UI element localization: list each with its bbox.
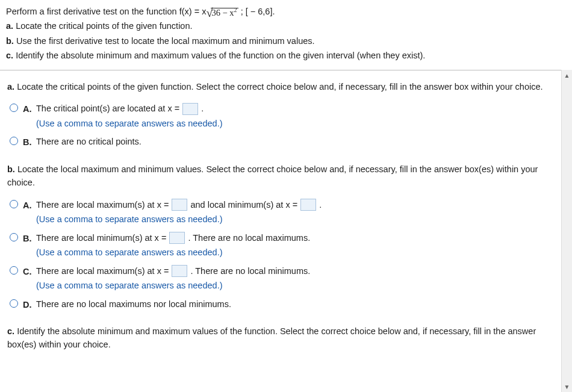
choice-a-A-text: The critical point(s) are located at x =… bbox=[36, 102, 554, 115]
choice-letter: B. bbox=[23, 231, 36, 245]
choice-letter: A. bbox=[23, 102, 36, 116]
hint-b-C: (Use a comma to separate answers as need… bbox=[36, 279, 554, 292]
choice-letter: C. bbox=[23, 264, 36, 278]
question-header: Perform a first derivative test on the f… bbox=[0, 0, 561, 70]
radio-b-C[interactable] bbox=[10, 266, 18, 275]
choice-letter: A. bbox=[23, 198, 36, 212]
sqrt-expr: √36 − x2 bbox=[206, 7, 238, 16]
choice-b-D-text: There are no local maximums nor local mi… bbox=[36, 297, 554, 311]
hint-b-B: (Use a comma to separate answers as need… bbox=[36, 246, 554, 259]
stem-a: a. Locate the critical points of the giv… bbox=[6, 19, 555, 33]
stem-post: ; [ − 6,6]. bbox=[238, 7, 275, 16]
choice-b-B-text: There are local minimum(s) at x = . Ther… bbox=[36, 231, 554, 244]
input-b-B[interactable] bbox=[169, 232, 185, 244]
part-a-choice-b[interactable]: B. There are no critical points. bbox=[7, 135, 554, 149]
choice-a-B-text: There are no critical points. bbox=[36, 135, 554, 148]
hint-b-A: (Use a comma to separate answers as need… bbox=[36, 213, 554, 226]
radio-b-A[interactable] bbox=[10, 200, 18, 208]
hint-a-A: (Use a comma to separate answers as need… bbox=[36, 117, 554, 130]
scroll-down-icon[interactable]: ▼ bbox=[562, 381, 572, 392]
input-b-A-1[interactable] bbox=[172, 199, 187, 211]
stem-c: c. Identify the absolute minimum and max… bbox=[6, 49, 555, 62]
input-b-A-2[interactable] bbox=[300, 199, 316, 211]
radical-icon: √ bbox=[206, 7, 213, 18]
radio-b-D[interactable] bbox=[10, 299, 18, 308]
choice-b-A-text: There are local maximum(s) at x = and lo… bbox=[36, 198, 554, 211]
part-b-prompt: b. Locate the local maximum and minimum … bbox=[7, 163, 554, 190]
part-c-prompt: c. Identify the absolute minimum and max… bbox=[7, 325, 554, 352]
scroll-up-icon[interactable]: ▲ bbox=[562, 70, 572, 81]
radio-a-A[interactable] bbox=[10, 104, 18, 112]
input-b-C[interactable] bbox=[172, 265, 187, 277]
part-a-choice-a[interactable]: A. The critical point(s) are located at … bbox=[7, 102, 554, 130]
radio-b-B[interactable] bbox=[10, 233, 18, 241]
part-a-prompt: a. Locate the critical points of the giv… bbox=[7, 80, 554, 93]
choice-b-C-text: There are local maximum(s) at x = . Ther… bbox=[36, 264, 554, 278]
part-b-choice-d[interactable]: D. There are no local maximums nor local… bbox=[7, 297, 554, 311]
stem-pre: Perform a first derivative test on the f… bbox=[6, 7, 206, 16]
stem-b: b. Use the first derivative test to loca… bbox=[6, 34, 555, 48]
choice-letter: B. bbox=[23, 135, 36, 149]
radio-a-B[interactable] bbox=[10, 137, 18, 145]
part-b-choice-a[interactable]: A. There are local maximum(s) at x = and… bbox=[7, 198, 554, 226]
scroll-track[interactable] bbox=[562, 81, 572, 381]
stem-line: Perform a first derivative test on the f… bbox=[6, 5, 555, 18]
input-a-A[interactable] bbox=[182, 103, 198, 115]
part-b-choice-c[interactable]: C. There are local maximum(s) at x = . T… bbox=[7, 264, 554, 293]
vertical-scrollbar[interactable]: ▲ ▼ bbox=[561, 70, 572, 392]
part-b-choice-b[interactable]: B. There are local minimum(s) at x = . T… bbox=[7, 231, 554, 260]
choice-letter: D. bbox=[23, 297, 36, 311]
